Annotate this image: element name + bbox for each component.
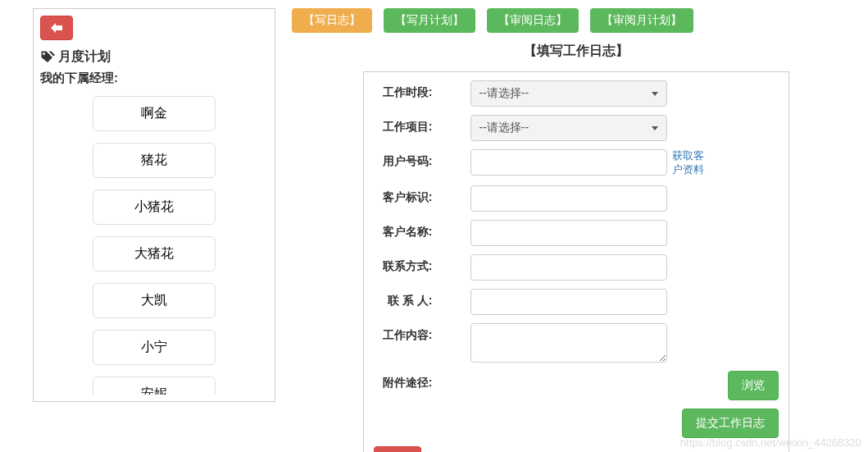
label-contact-person: 联 系 人: xyxy=(374,289,433,308)
browse-button[interactable]: 浏览 xyxy=(728,371,779,400)
input-user-no[interactable] xyxy=(470,149,667,176)
input-cust-name[interactable] xyxy=(470,220,667,246)
main-panel: 【写日志】 【写月计划】 【审阅日志】 【审阅月计划】 【填写工作日志】 工作时… xyxy=(292,8,860,452)
submit-button[interactable]: 提交工作日志 xyxy=(682,409,779,438)
back-button[interactable] xyxy=(40,16,73,40)
tags-icon xyxy=(40,50,55,65)
tab-review-plan[interactable]: 【审阅月计划】 xyxy=(590,8,693,33)
fetch-customer-link[interactable]: 获取客户资料 xyxy=(672,149,705,177)
form-card: 工作时段: --请选择-- 工作项目: --请选择-- xyxy=(363,71,789,452)
input-cust-id[interactable] xyxy=(470,185,667,212)
subordinate-item[interactable]: 大猪花 xyxy=(93,236,216,272)
chevron-down-icon xyxy=(652,126,658,130)
subordinate-item[interactable]: 啊金 xyxy=(93,96,216,131)
subordinate-item[interactable]: 大凯 xyxy=(93,283,216,318)
sidebar-panel: 月度计划 我的下属经理: 啊金 猪花 小猪花 大猪花 大凯 小宁 安妮 xyxy=(33,8,275,402)
select-period-value: --请选择-- xyxy=(479,86,529,101)
subordinate-item[interactable]: 安妮 xyxy=(93,377,216,395)
section-title-text: 月度计划 xyxy=(58,48,111,66)
select-period[interactable]: --请选择-- xyxy=(470,80,667,107)
section-title: 月度计划 xyxy=(40,48,268,66)
tab-write-plan[interactable]: 【写月计划】 xyxy=(384,8,475,33)
chevron-down-icon xyxy=(652,92,658,96)
top-tabs: 【写日志】 【写月计划】 【审阅日志】 【审阅月计划】 xyxy=(292,8,860,33)
input-contact-way[interactable] xyxy=(470,254,667,281)
arrow-left-icon xyxy=(50,22,63,34)
tab-write-log[interactable]: 【写日志】 xyxy=(292,8,372,33)
sidebar-scroll[interactable]: 月度计划 我的下属经理: 啊金 猪花 小猪花 大猪花 大凯 小宁 安妮 xyxy=(40,16,268,395)
label-content: 工作内容: xyxy=(374,323,433,343)
subordinate-item[interactable]: 小猪花 xyxy=(93,189,216,225)
label-attachment: 附件途径: xyxy=(374,371,433,390)
select-project[interactable]: --请选择-- xyxy=(470,115,667,141)
tab-review-log[interactable]: 【审阅日志】 xyxy=(487,8,579,33)
subordinate-item[interactable]: 猪花 xyxy=(93,143,216,178)
select-project-value: --请选择-- xyxy=(479,121,529,135)
label-cust-id: 客户标识: xyxy=(374,185,433,205)
clear-button[interactable]: 清除 xyxy=(374,446,421,452)
label-user-no: 用户号码: xyxy=(374,149,433,169)
label-project: 工作项目: xyxy=(374,115,433,135)
input-contact-person[interactable] xyxy=(470,289,667,315)
label-contact-way: 联系方式: xyxy=(374,254,433,274)
watermark: https://blog.csdn.net/weixin_44268320 xyxy=(680,436,861,449)
form-title: 【填写工作日志】 xyxy=(292,43,860,60)
subordinate-item[interactable]: 小宁 xyxy=(93,330,216,365)
textarea-content[interactable] xyxy=(470,323,667,363)
label-cust-name: 客户名称: xyxy=(374,220,433,240)
subtitle: 我的下属经理: xyxy=(40,71,268,86)
label-period: 工作时段: xyxy=(374,80,433,100)
